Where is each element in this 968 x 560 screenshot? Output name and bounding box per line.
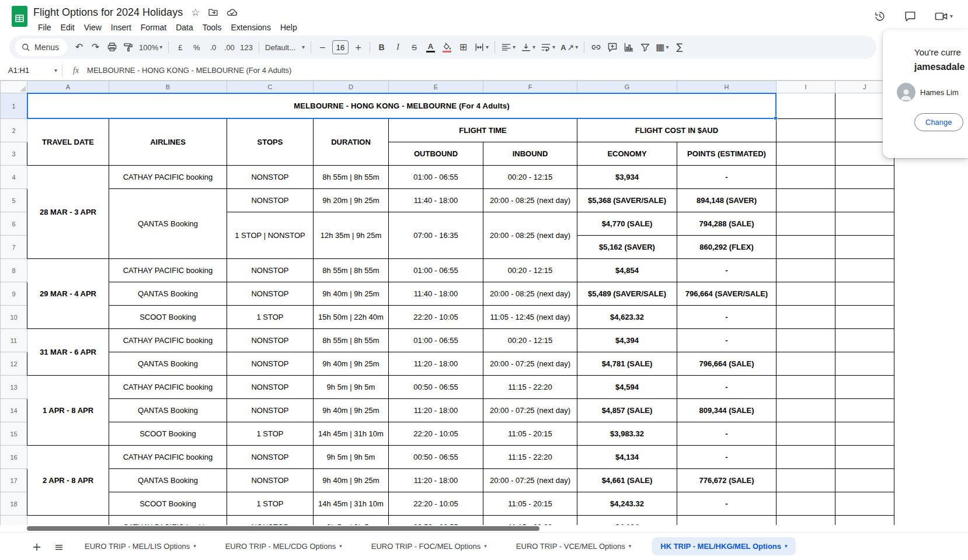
cell-stops[interactable]: 1 STOP | NONSTOP: [227, 212, 314, 259]
cell-title-banner[interactable]: MELBOURNE - HONG KONG - MELBOURNE (For 4…: [27, 93, 777, 119]
cell-head-stops[interactable]: STOPS: [227, 119, 314, 166]
cell-outbound[interactable]: 01:00 - 06:55: [389, 329, 483, 352]
row-header[interactable]: 8: [1, 259, 27, 282]
cell-stops[interactable]: NONSTOP: [227, 329, 314, 352]
comments-icon[interactable]: [904, 10, 917, 23]
decrease-decimal-button[interactable]: .0: [205, 39, 221, 55]
cell-airlines[interactable]: CATHAY PACIFIC booking: [109, 259, 227, 282]
cell-inbound[interactable]: 00:20 - 12:15: [483, 329, 577, 352]
cell-empty[interactable]: [835, 516, 894, 526]
cell-points[interactable]: -: [677, 259, 777, 282]
fill-color-button[interactable]: [439, 39, 455, 55]
cell-economy[interactable]: $4,134: [577, 446, 677, 469]
increase-decimal-button[interactable]: .00: [221, 39, 237, 55]
cell-stops[interactable]: NONSTOP: [227, 189, 314, 212]
row-header[interactable]: 3: [1, 142, 27, 166]
row-header[interactable]: 7: [1, 236, 27, 259]
cell-points[interactable]: -: [677, 329, 777, 352]
name-box[interactable]: A1:H1 ▾: [0, 66, 62, 75]
cell-empty[interactable]: [777, 469, 835, 492]
menus-search-button[interactable]: Menus: [15, 38, 67, 56]
cell-duration[interactable]: 8h 55m | 8h 55m: [314, 259, 389, 282]
cell-empty[interactable]: [835, 189, 894, 212]
format-currency-button[interactable]: £: [172, 39, 188, 55]
cell-empty[interactable]: [835, 166, 894, 189]
column-header-c[interactable]: C: [227, 81, 314, 93]
cell-duration[interactable]: 12h 35m | 9h 25m: [314, 212, 389, 259]
cell-economy[interactable]: $4,781 (SALE): [577, 352, 677, 376]
cell-head-travel-date[interactable]: TRAVEL DATE: [27, 119, 109, 166]
sheet-tab-euro-mel-lis[interactable]: EURO TRIP - MEL/LIS Options ▾: [76, 537, 204, 555]
cell-empty[interactable]: [835, 446, 894, 469]
cell-empty[interactable]: [777, 399, 835, 422]
create-filter-button[interactable]: [637, 39, 653, 55]
cell-head-points[interactable]: POINTS (ESTIMATED): [677, 142, 777, 166]
sheet-tab-euro-vce-mel[interactable]: EURO TRIP - VCE/MEL Options ▾: [508, 537, 639, 555]
cell-stops[interactable]: NONSTOP: [227, 399, 314, 422]
cell-points[interactable]: 796,664 (SAVER/SALE): [677, 282, 777, 306]
row-header[interactable]: 13: [1, 376, 27, 399]
cell-duration[interactable]: 9h 40m | 9h 25m: [314, 282, 389, 306]
cell-stops[interactable]: NONSTOP: [227, 516, 314, 526]
cell-empty[interactable]: [777, 376, 835, 399]
cell-points[interactable]: -: [677, 166, 777, 189]
row-header[interactable]: 18: [1, 492, 27, 516]
cell-head-flight-time[interactable]: FLIGHT TIME: [389, 119, 577, 142]
cell-travel-date[interactable]: 2 APR - 8 APR: [27, 446, 109, 516]
cell-economy[interactable]: $4,623.32: [577, 306, 677, 329]
cell-airlines[interactable]: CATHAY PACIFIC booking: [109, 166, 227, 189]
cell-stops[interactable]: NONSTOP: [227, 446, 314, 469]
column-header-a[interactable]: A: [27, 81, 109, 93]
cell-points[interactable]: -: [677, 492, 777, 516]
font-size-input[interactable]: 16: [332, 40, 349, 54]
row-header[interactable]: 17: [1, 469, 27, 492]
cell-airlines[interactable]: QANTAS Booking: [109, 352, 227, 376]
cell-airlines[interactable]: SCOOT Booking: [109, 422, 227, 446]
cell-economy[interactable]: $3,934: [577, 166, 677, 189]
cell-inbound[interactable]: 00:20 - 12:15: [483, 259, 577, 282]
cell-travel-date[interactable]: 1 APR - 8 APR: [27, 376, 109, 446]
cell-duration[interactable]: 9h 40m | 9h 25m: [314, 469, 389, 492]
cell-empty[interactable]: [777, 306, 835, 329]
add-sheet-button[interactable]: +: [27, 537, 47, 556]
cell-inbound[interactable]: 11:15 - 22:20: [483, 516, 577, 526]
star-icon[interactable]: ☆: [191, 8, 200, 18]
cell-points[interactable]: 794,288 (SALE): [677, 212, 777, 236]
cell-economy[interactable]: $4,857 (SALE): [577, 399, 677, 422]
row-header[interactable]: 2: [1, 119, 27, 142]
cell-airlines[interactable]: QANTAS Booking: [109, 469, 227, 492]
cell-empty[interactable]: [777, 446, 835, 469]
cell-empty[interactable]: [777, 282, 835, 306]
text-wrap-button[interactable]: ▾: [538, 39, 558, 55]
cell-airlines[interactable]: CATHAY PACIFIC booking: [109, 516, 227, 526]
menu-format[interactable]: Format: [136, 21, 171, 34]
cell-duration[interactable]: 8h 55m | 8h 55m: [314, 166, 389, 189]
row-header[interactable]: 6: [1, 212, 27, 236]
cell-empty[interactable]: [777, 422, 835, 446]
cell-duration[interactable]: 9h 5m | 9h 5m: [314, 446, 389, 469]
cell-economy[interactable]: $5,162 (SAVER): [577, 236, 677, 259]
cell-airlines[interactable]: QANTAS Booking: [109, 189, 227, 259]
menu-help[interactable]: Help: [276, 21, 302, 34]
cell-empty[interactable]: [777, 189, 835, 212]
cell-empty[interactable]: [777, 259, 835, 282]
cell-points[interactable]: 809,344 (SALE): [677, 399, 777, 422]
move-folder-icon[interactable]: [208, 7, 218, 18]
sheet-tab-euro-mel-cdg[interactable]: EURO TRIP - MEL/CDG Options ▾: [217, 537, 350, 555]
column-header-e[interactable]: E: [389, 81, 483, 93]
cell-stops[interactable]: NONSTOP: [227, 352, 314, 376]
cell-economy[interactable]: $4,394: [577, 329, 677, 352]
cell-outbound[interactable]: 00:50 - 06:55: [389, 376, 483, 399]
cell-points[interactable]: -: [677, 446, 777, 469]
insert-link-button[interactable]: [588, 39, 604, 55]
formula-input[interactable]: MELBOURNE - HONG KONG - MELBOURNE (For 4…: [87, 66, 291, 75]
cell-empty[interactable]: [835, 376, 894, 399]
row-header[interactable]: 16: [1, 446, 27, 469]
cell-inbound[interactable]: 11:05 - 20:15: [483, 492, 577, 516]
column-header-f[interactable]: F: [483, 81, 577, 93]
cell-stops[interactable]: NONSTOP: [227, 166, 314, 189]
cell-points[interactable]: -: [677, 516, 777, 526]
increase-font-size-button[interactable]: +: [350, 39, 366, 55]
menu-file[interactable]: File: [33, 21, 56, 34]
cell-empty[interactable]: [835, 352, 894, 376]
